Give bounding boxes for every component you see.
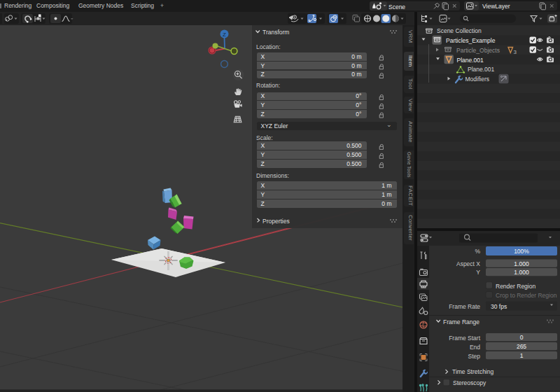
svg-text:%: % [475,248,480,255]
svg-text:Step: Step [468,353,481,360]
svg-text:Frame Rate: Frame Rate [449,303,480,310]
svg-text:Scene Collection: Scene Collection [437,27,482,34]
svg-text:Scene: Scene [388,4,405,10]
svg-text:Y: Y [476,269,480,276]
svg-text:Aspect X: Aspect X [456,260,480,267]
svg-text:Properties: Properties [262,218,290,225]
svg-text:Plane.001: Plane.001 [468,66,495,73]
svg-text:Modifiers: Modifiers [465,76,489,83]
svg-text:3: 3 [514,49,517,55]
svg-text:30 fps: 30 fps [491,303,507,310]
svg-text:Time Stretching: Time Stretching [452,368,493,375]
svg-text:0: 0 [520,334,524,341]
svg-text:Scale:: Scale: [256,134,273,141]
svg-text:Plane.001: Plane.001 [457,57,484,64]
svg-text:1: 1 [520,352,524,359]
svg-text:Rotation:: Rotation: [256,82,280,89]
svg-text:Transform: Transform [262,29,289,36]
svg-text:Render Region: Render Region [496,283,536,290]
svg-text:Particle_Objects: Particle_Objects [456,47,500,54]
svg-text:265: 265 [517,343,526,350]
svg-text:Particles_Example: Particles_Example [446,37,496,44]
svg-text:1.000: 1.000 [514,260,529,267]
svg-text:Frame Start: Frame Start [449,335,481,342]
svg-text:Dimensions:: Dimensions: [256,172,289,179]
svg-text:Frame Range: Frame Range [443,318,479,326]
svg-text:End: End [470,344,480,351]
svg-text:Z: Z [223,31,226,38]
svg-text:Location:: Location: [256,43,281,50]
svg-text:Crop to Render Region: Crop to Render Region [496,292,557,299]
svg-text:100%: 100% [514,248,529,255]
svg-text:Stereoscopy: Stereoscopy [453,379,486,386]
svg-text:1.000: 1.000 [514,269,529,276]
svg-text:ViewLayer: ViewLayer [482,3,510,10]
